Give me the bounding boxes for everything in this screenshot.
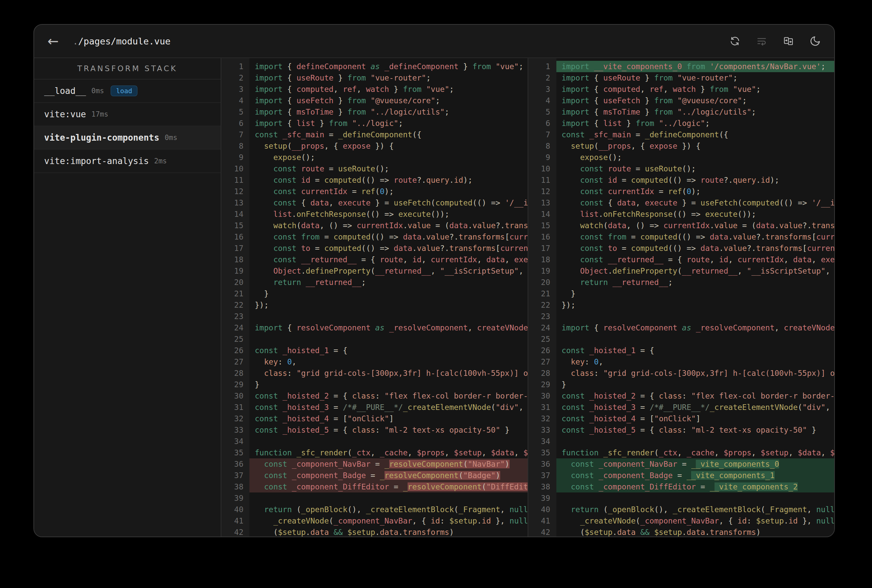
code-line	[250, 436, 528, 447]
line-number: 34	[221, 436, 250, 447]
line-number: 32	[221, 413, 250, 424]
code-line: const { data, execute } = useFetch(compu…	[556, 197, 834, 208]
code-line: import { defineComponent as _defineCompo…	[250, 61, 528, 72]
page-title: ./pages/module.vue	[73, 36, 171, 46]
line-number: 17	[221, 243, 250, 254]
line-number: 35	[221, 447, 250, 458]
code-line: expose();	[250, 152, 528, 163]
line-number: 9	[528, 152, 556, 163]
line-number: 24	[221, 322, 250, 333]
line-number: 11	[528, 174, 556, 186]
line-number: 15	[528, 220, 556, 231]
line-number: 4	[221, 95, 250, 106]
line-number: 6	[221, 118, 250, 129]
hook-badge: load	[111, 86, 137, 96]
line-number: 36	[528, 458, 556, 470]
dark-mode-icon[interactable]	[809, 35, 821, 47]
line-number: 13	[528, 197, 556, 208]
code-line: import { msToTime } from "../logic/utils…	[250, 106, 528, 118]
code-line: ($setup.data && $setup.data.transforms)	[556, 526, 834, 537]
code-line: const _hoisted_5 = { class: "ml-2 text-x…	[556, 424, 834, 436]
line-number: 7	[528, 129, 556, 140]
line-number: 27	[221, 356, 250, 368]
line-number: 16	[528, 231, 556, 243]
line-number: 19	[528, 265, 556, 277]
line-number: 18	[221, 254, 250, 265]
code-line: const id = computed(() => route?.query.i…	[250, 174, 528, 186]
refresh-icon[interactable]	[729, 35, 741, 47]
line-number: 25	[528, 333, 556, 345]
line-number: 2	[528, 72, 556, 84]
line-number: 34	[528, 436, 556, 447]
code-line: const from = computed(() => data.value?.…	[556, 231, 834, 243]
line-number: 29	[528, 379, 556, 390]
line-number: 20	[221, 277, 250, 288]
back-button[interactable]: ←	[48, 34, 59, 48]
line-number: 15	[221, 220, 250, 231]
code-line	[556, 492, 834, 504]
code-line: const _hoisted_2 = { class: "flex flex-c…	[250, 390, 528, 402]
content: TRANSFORM STACK __load__0msloadvite:vue1…	[34, 58, 834, 537]
line-number: 33	[528, 424, 556, 436]
line-number: 3	[221, 84, 250, 95]
line-number: 33	[221, 424, 250, 436]
plugin-name: vite-plugin-components	[44, 133, 159, 142]
code-line: return __returned__;	[250, 277, 528, 288]
line-number: 16	[221, 231, 250, 243]
code-line: return __returned__;	[556, 277, 834, 288]
line-number: 10	[221, 163, 250, 174]
code-line: import { useFetch } from "@vueuse/core";	[556, 95, 834, 106]
code-before[interactable]: import { defineComponent as _defineCompo…	[250, 58, 528, 537]
code-line: import { useRoute } from "vue-router";	[250, 72, 528, 84]
line-number: 42	[528, 526, 556, 537]
plugin-time: 0ms	[91, 87, 104, 95]
line-number: 8	[221, 140, 250, 152]
code-line: const _component_Badge = _resolveCompone…	[250, 470, 528, 481]
plugin-item-vite-import-analysis[interactable]: vite:import-analysis2ms	[34, 150, 221, 173]
line-number: 18	[528, 254, 556, 265]
code-line: const to = computed(() => data.value?.tr…	[250, 243, 528, 254]
line-number: 25	[221, 333, 250, 345]
line-number: 23	[528, 311, 556, 322]
titlebar-actions	[729, 35, 821, 47]
line-number: 10	[528, 163, 556, 174]
code-line: import { useFetch } from "@vueuse/core";	[250, 95, 528, 106]
code-line: const { data, execute } = useFetch(compu…	[250, 197, 528, 208]
sidebar-title: TRANSFORM STACK	[34, 58, 221, 80]
line-number: 6	[528, 118, 556, 129]
line-number: 19	[221, 265, 250, 277]
code-line: const _hoisted_4 = ["onClick"]	[250, 413, 528, 424]
code-line: const _hoisted_1 = {	[556, 345, 834, 356]
code-line: return (_openBlock(), _createElementBloc…	[556, 504, 834, 515]
diff-word-highlight: _vite_components_0	[696, 460, 779, 468]
code-line: const _hoisted_5 = { class: "ml-2 text-x…	[250, 424, 528, 436]
code-line: const route = useRoute();	[250, 163, 528, 174]
line-number: 40	[528, 504, 556, 515]
diff-panes: 1234567891011121314151617181920212223242…	[221, 58, 834, 537]
plugin-item-vite-vue[interactable]: vite:vue17ms	[34, 103, 221, 126]
code-line: class: "grid grid-cols-[300px,3fr] h-[ca…	[250, 368, 528, 379]
line-number: 5	[221, 106, 250, 118]
line-wrap-icon[interactable]	[756, 35, 767, 47]
line-number: 9	[221, 152, 250, 163]
code-line: import { msToTime } from "../logic/utils…	[556, 106, 834, 118]
plugin-name: vite:import-analysis	[44, 156, 149, 166]
code-line	[250, 492, 528, 504]
side-by-side-diff-icon[interactable]	[783, 35, 794, 47]
line-number: 1	[221, 61, 250, 72]
line-number: 35	[528, 447, 556, 458]
plugin-time: 0ms	[164, 134, 177, 142]
code-line: const id = computed(() => route?.query.i…	[556, 174, 834, 186]
code-after[interactable]: import __vite_components_0 from '/compon…	[556, 58, 834, 537]
plugin-item-vite-plugin-components[interactable]: vite-plugin-components0ms	[34, 126, 221, 150]
code-line: key: 0,	[250, 356, 528, 368]
page-title-prefix: .	[73, 36, 78, 46]
code-line: list.onFetchResponse(() => execute());	[556, 208, 834, 220]
code-line: _createVNode(_component_NavBar, { id: $s…	[556, 515, 834, 526]
code-line: import { resolveComponent as _resolveCom…	[250, 322, 528, 333]
diff-pane-before: 1234567891011121314151617181920212223242…	[221, 58, 528, 537]
code-line: const _hoisted_3 = /*#__PURE__*/_createE…	[556, 402, 834, 413]
plugin-name: __load__	[44, 86, 86, 96]
code-line: import { computed, ref, watch } from "vu…	[250, 84, 528, 95]
plugin-item--load-[interactable]: __load__0msload	[34, 80, 221, 103]
